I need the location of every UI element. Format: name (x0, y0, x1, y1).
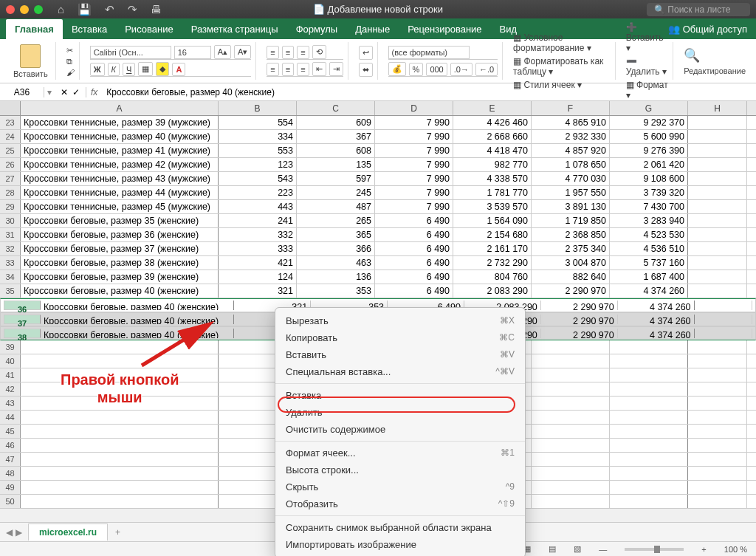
row-header[interactable]: 45 (0, 425, 21, 438)
context-menu-item[interactable]: Вставить⌘V (275, 346, 525, 363)
cell[interactable]: Кроссовки беговые, размер 40 (женские) (41, 329, 234, 338)
cell[interactable]: Кроссовки теннисные, размер 45 (мужские) (21, 200, 219, 213)
cell[interactable]: 7 990 (375, 158, 453, 171)
cell[interactable] (688, 284, 747, 298)
cell[interactable] (21, 425, 219, 438)
accept-formula[interactable]: ✓ (72, 87, 80, 97)
table-row[interactable]: 23Кроссовки теннисные, размер 39 (мужски… (0, 116, 756, 130)
cell[interactable]: 487 (297, 200, 375, 213)
table-row[interactable]: 34Кроссовки беговые, размер 39 (женские)… (0, 270, 756, 284)
cell[interactable] (532, 481, 610, 494)
cell[interactable] (610, 495, 688, 508)
tab-insert[interactable]: Вставка (63, 19, 116, 39)
cell[interactable]: 1 078 650 (532, 158, 610, 171)
cell[interactable]: 4 374 260 (618, 329, 695, 338)
row-header[interactable]: 23 (0, 116, 21, 129)
row-header[interactable]: 32 (0, 242, 21, 255)
cell[interactable]: 2 290 970 (541, 329, 618, 338)
cell[interactable] (688, 172, 747, 185)
inc-decimal[interactable]: .0→ (450, 63, 472, 76)
cell[interactable]: 7 990 (375, 172, 453, 185)
cell[interactable]: 4 338 570 (453, 172, 532, 185)
cell[interactable]: 4 523 530 (610, 228, 688, 241)
cell[interactable]: 241 (219, 214, 297, 227)
cell[interactable] (695, 329, 752, 338)
delete-cells[interactable]: ➖ Удалить ▾ (626, 56, 669, 77)
row-header[interactable]: 47 (0, 453, 21, 466)
table-row[interactable]: 27Кроссовки теннисные, размер 43 (мужски… (0, 172, 756, 186)
table-row[interactable]: 35Кроссовки беговые, размер 40 (женские)… (0, 284, 756, 298)
align-bot[interactable]: ≡ (297, 46, 309, 59)
cell[interactable]: 3 283 940 (610, 214, 688, 227)
cell[interactable]: 7 990 (375, 116, 453, 129)
cell[interactable] (610, 382, 688, 396)
row-header[interactable]: 43 (0, 397, 21, 410)
cell[interactable]: 1 781 770 (453, 186, 532, 199)
cell[interactable]: 463 (297, 256, 375, 270)
cell[interactable] (688, 439, 747, 452)
cell[interactable] (688, 256, 747, 270)
cancel-formula[interactable]: ✕ (61, 87, 68, 97)
fill-color[interactable]: ◆ (156, 62, 169, 76)
context-menu-item[interactable]: Удалить (275, 404, 525, 421)
table-row[interactable]: 24Кроссовки теннисные, размер 40 (мужски… (0, 130, 756, 144)
cell[interactable]: 804 760 (453, 270, 532, 284)
format-painter-icon[interactable]: 🖌 (66, 68, 75, 77)
row-header[interactable]: 37 (4, 315, 41, 324)
cell[interactable] (610, 397, 688, 410)
cell[interactable]: Кроссовки теннисные, размер 40 (мужские) (21, 130, 219, 143)
align-left[interactable]: ≡ (267, 63, 278, 76)
cell[interactable] (21, 495, 219, 508)
cell[interactable] (532, 495, 610, 508)
cell[interactable]: 2 375 340 (532, 242, 610, 255)
cell[interactable] (688, 340, 747, 354)
cell[interactable]: 3 891 130 (532, 200, 610, 213)
cell[interactable] (688, 397, 747, 410)
context-menu-item[interactable]: Очистить содержимое (275, 421, 525, 438)
select-all-corner[interactable] (0, 101, 21, 115)
cell[interactable]: 4 426 460 (453, 116, 532, 129)
merge-cells[interactable]: ⬌ (359, 63, 373, 77)
cell[interactable]: Кроссовки теннисные, размер 39 (мужские) (21, 116, 219, 129)
tab-data[interactable]: Данные (346, 19, 399, 39)
cell[interactable]: 7 990 (375, 186, 453, 199)
cell[interactable]: Кроссовки теннисные, размер 41 (мужские) (21, 144, 219, 157)
cell[interactable] (610, 411, 688, 424)
context-menu-item[interactable]: Вырезать⌘X (275, 312, 525, 329)
row-header[interactable]: 46 (0, 439, 21, 452)
cell[interactable]: 6 490 (375, 284, 453, 298)
cell[interactable]: 597 (297, 172, 375, 185)
format-as-table[interactable]: ▦ Форматировать как таблицу ▾ (513, 56, 611, 77)
cell[interactable]: 9 292 370 (610, 116, 688, 129)
font-color[interactable]: A (172, 63, 185, 76)
col-header[interactable]: E (453, 101, 532, 115)
sheet-tab[interactable]: microexcel.ru (28, 524, 108, 540)
table-row[interactable]: 25Кроссовки теннисные, размер 41 (мужски… (0, 144, 756, 158)
col-header[interactable]: H (688, 101, 747, 115)
row-header[interactable]: 48 (0, 467, 21, 480)
context-menu-item[interactable]: Вставка (275, 387, 525, 404)
border-button[interactable]: ▦ (138, 62, 153, 76)
table-row[interactable]: 30Кроссовки беговые, размер 35 (женские)… (0, 214, 756, 228)
cell[interactable] (532, 467, 610, 480)
cell[interactable] (21, 382, 219, 396)
cell[interactable]: 553 (219, 144, 297, 157)
number-format[interactable]: (все форматы) (388, 46, 470, 59)
cell[interactable]: Кроссовки беговые, размер 36 (женские) (21, 228, 219, 241)
cell[interactable] (532, 425, 610, 438)
font-shrink[interactable]: A▾ (234, 45, 251, 59)
italic-button[interactable]: К (108, 63, 120, 76)
cut-icon[interactable]: ✂ (66, 46, 75, 55)
cell[interactable]: 2 161 170 (453, 242, 532, 255)
cell[interactable] (688, 382, 747, 396)
cell[interactable]: Кроссовки беговые, размер 39 (женские) (21, 270, 219, 284)
zoom-in[interactable]: + (701, 545, 706, 554)
zoom-out[interactable]: — (599, 545, 607, 554)
col-header[interactable]: D (375, 101, 453, 115)
col-header[interactable]: F (532, 101, 610, 115)
row-header[interactable]: 26 (0, 158, 21, 171)
name-box[interactable]: A36 (0, 87, 44, 97)
cell[interactable] (688, 481, 747, 494)
cell[interactable]: 421 (219, 256, 297, 270)
row-header[interactable]: 39 (0, 340, 21, 354)
